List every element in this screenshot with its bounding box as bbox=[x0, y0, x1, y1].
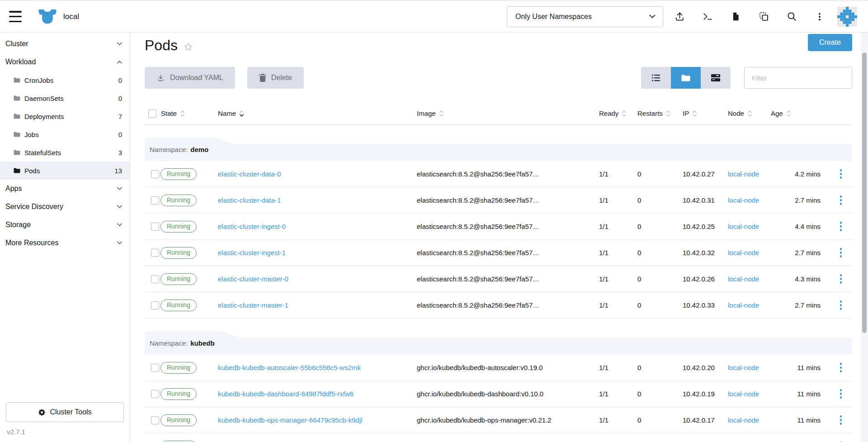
pod-row[interactable]: Running elastic-cluster-data-1 elasticse… bbox=[145, 187, 852, 214]
pod-name-link[interactable]: kubedb-kubedb-ops-manager-66479c95cb-k9d… bbox=[218, 416, 362, 424]
scrollbar-thumb[interactable] bbox=[862, 52, 867, 333]
pod-row[interactable]: Running elastic-cluster-data-0 elasticse… bbox=[145, 161, 852, 187]
pod-name-link[interactable]: elastic-cluster-ingest-1 bbox=[218, 249, 286, 257]
sort-icon[interactable] bbox=[180, 110, 184, 117]
scrollbar-track[interactable] bbox=[861, 33, 868, 442]
pod-row[interactable]: Running elastic-cluster-master-0 elastic… bbox=[145, 266, 852, 292]
namespace-filter-select[interactable]: Only User Namespaces bbox=[507, 6, 663, 27]
kubectl-shell-button[interactable] bbox=[698, 8, 717, 26]
row-checkbox[interactable] bbox=[151, 390, 159, 398]
copy-resource-button[interactable] bbox=[755, 8, 773, 26]
sidebar-item-jobs[interactable]: Jobs0 bbox=[0, 125, 130, 143]
sidebar-item-apps[interactable]: Apps bbox=[0, 180, 130, 198]
sidebar-item-statefulsets[interactable]: StatefulSets3 bbox=[0, 143, 130, 162]
pod-name-link[interactable]: kubedb-kubedb-dashboard-84987fddf5-rxfw6 bbox=[218, 390, 354, 398]
node-link[interactable]: local-node bbox=[728, 416, 759, 424]
pod-name-link[interactable]: elastic-cluster-ingest-0 bbox=[218, 223, 286, 230]
list-view-icon[interactable] bbox=[641, 67, 671, 89]
row-actions-kebab-icon[interactable] bbox=[837, 439, 845, 442]
pod-row[interactable]: Running kubedb-kubedb-provisioner-58684d… bbox=[145, 433, 852, 442]
sort-icon[interactable] bbox=[240, 110, 244, 117]
node-link[interactable]: local-node bbox=[728, 223, 759, 230]
row-actions-kebab-icon[interactable] bbox=[837, 386, 845, 401]
sidebar-item-service-discovery[interactable]: Service Discovery bbox=[0, 198, 130, 216]
sort-icon[interactable] bbox=[787, 110, 791, 117]
node-link[interactable]: local-node bbox=[728, 275, 759, 283]
row-actions-kebab-icon[interactable] bbox=[837, 245, 845, 260]
user-avatar[interactable] bbox=[837, 7, 857, 27]
cluster-tools-button[interactable]: Cluster Tools bbox=[6, 402, 124, 422]
kebab-menu-button[interactable] bbox=[811, 8, 829, 26]
sidebar-item-more-resources[interactable]: More Resources bbox=[0, 234, 130, 252]
pod-row[interactable]: Running elastic-cluster-ingest-1 elastic… bbox=[145, 240, 852, 266]
favorite-star-icon[interactable] bbox=[184, 42, 193, 52]
node-link[interactable]: local-node bbox=[728, 301, 759, 309]
filter-input[interactable] bbox=[744, 67, 852, 89]
row-actions-kebab-icon[interactable] bbox=[837, 193, 845, 208]
pod-name-link[interactable]: elastic-cluster-master-0 bbox=[218, 275, 288, 283]
file-button[interactable] bbox=[726, 8, 745, 26]
pod-row[interactable]: Running kubedb-kubedb-ops-manager-66479c… bbox=[145, 407, 852, 433]
row-checkbox[interactable] bbox=[151, 170, 159, 178]
row-actions-kebab-icon[interactable] bbox=[837, 413, 845, 428]
node-link[interactable]: local-node bbox=[728, 364, 759, 371]
row-checkbox[interactable] bbox=[151, 223, 159, 231]
column-header-ip[interactable]: IP bbox=[676, 109, 722, 117]
sidebar-item-pods[interactable]: Pods13 bbox=[0, 162, 130, 180]
sidebar-item-daemonsets[interactable]: DaemonSets0 bbox=[0, 89, 130, 107]
node-link[interactable]: local-node bbox=[728, 196, 759, 204]
delete-button[interactable]: Delete bbox=[247, 67, 304, 89]
column-header-age[interactable]: Age bbox=[764, 109, 823, 117]
row-checkbox[interactable] bbox=[151, 196, 159, 204]
column-header-ready[interactable]: Ready bbox=[593, 109, 631, 117]
sidebar-item-workload[interactable]: Workload bbox=[0, 53, 130, 71]
search-button[interactable] bbox=[783, 8, 801, 26]
column-header-restarts[interactable]: Restarts bbox=[631, 109, 676, 117]
sidebar-item-cluster[interactable]: Cluster bbox=[0, 35, 130, 53]
row-actions-kebab-icon[interactable] bbox=[837, 271, 845, 286]
node-link[interactable]: local-node bbox=[728, 170, 759, 178]
pod-row[interactable]: Running elastic-cluster-master-1 elastic… bbox=[145, 292, 852, 318]
pod-row[interactable]: Running kubedb-kubedb-dashboard-84987fdd… bbox=[145, 381, 852, 407]
upload-button[interactable] bbox=[670, 8, 689, 26]
download-yaml-button[interactable]: Download YAML bbox=[145, 67, 235, 89]
pod-name-link[interactable]: elastic-cluster-data-1 bbox=[218, 196, 281, 204]
row-actions-kebab-icon[interactable] bbox=[837, 166, 845, 181]
row-checkbox[interactable] bbox=[151, 249, 159, 257]
node-link[interactable]: local-node bbox=[728, 390, 759, 398]
pod-state-cell: Running bbox=[160, 414, 215, 426]
column-header-node[interactable]: Node bbox=[722, 109, 764, 117]
sidebar-item-storage[interactable]: Storage bbox=[0, 216, 130, 234]
row-checkbox[interactable] bbox=[151, 416, 159, 424]
rancher-logo[interactable] bbox=[38, 9, 57, 24]
pod-image: elasticsearch:8.5.2@sha256:9ee7fa57… bbox=[414, 196, 593, 204]
pod-row[interactable]: Running elastic-cluster-ingest-0 elastic… bbox=[145, 214, 852, 240]
pod-row[interactable]: Running kubedb-kubedb-autoscaler-55b6c55… bbox=[145, 355, 852, 381]
row-actions-kebab-icon[interactable] bbox=[837, 298, 845, 313]
column-header-state[interactable]: State bbox=[160, 109, 215, 117]
pod-name-link[interactable]: kubedb-kubedb-autoscaler-55b6c556c5-ws2m… bbox=[218, 364, 361, 371]
sort-icon[interactable] bbox=[666, 110, 670, 117]
sidebar-item-cronjobs[interactable]: CronJobs0 bbox=[0, 71, 130, 89]
sidebar-item-deployments[interactable]: Deployments7 bbox=[0, 107, 130, 125]
sort-icon[interactable] bbox=[439, 110, 443, 117]
sort-icon[interactable] bbox=[693, 110, 697, 117]
sort-icon[interactable] bbox=[748, 110, 752, 117]
row-checkbox[interactable] bbox=[151, 275, 159, 283]
hamburger-menu-icon[interactable] bbox=[9, 11, 22, 22]
row-actions-kebab-icon[interactable] bbox=[837, 219, 845, 234]
pod-name-link[interactable]: elastic-cluster-master-1 bbox=[218, 301, 288, 309]
sort-icon[interactable] bbox=[622, 110, 626, 117]
row-checkbox[interactable] bbox=[151, 301, 159, 309]
column-header-image[interactable]: Image bbox=[414, 109, 593, 117]
select-all-checkbox[interactable] bbox=[148, 109, 156, 118]
node-link[interactable]: local-node bbox=[728, 249, 759, 257]
create-button[interactable]: Create bbox=[808, 34, 852, 51]
grouped-view-icon[interactable] bbox=[671, 67, 701, 89]
pod-name-link[interactable]: elastic-cluster-data-0 bbox=[218, 170, 281, 178]
row-actions-kebab-icon[interactable] bbox=[837, 360, 845, 375]
row-checkbox[interactable] bbox=[151, 364, 159, 372]
flat-list-view-icon[interactable] bbox=[701, 67, 731, 89]
column-header-name[interactable]: Name bbox=[215, 109, 414, 117]
copy-resource-icon bbox=[759, 11, 769, 22]
